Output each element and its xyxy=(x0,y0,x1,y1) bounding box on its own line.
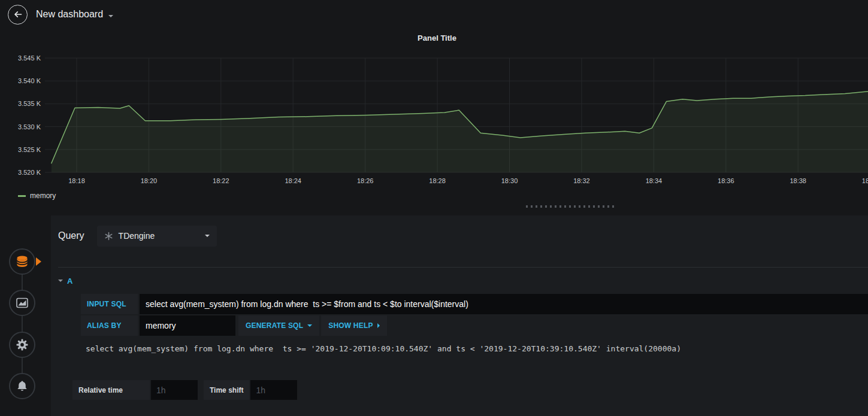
database-icon xyxy=(16,255,29,268)
relative-time-field[interactable] xyxy=(151,380,198,400)
svg-text:18:34: 18:34 xyxy=(646,177,663,184)
relative-time-label: Relative time xyxy=(72,380,150,400)
svg-text:18:40: 18:40 xyxy=(862,177,868,184)
datasource-name: TDengine xyxy=(119,231,155,241)
query-ref-id: A xyxy=(67,277,72,286)
alias-by-row: ALIAS BY GENERATE SQL SHOW HELP xyxy=(81,315,868,336)
svg-text:3.540 K: 3.540 K xyxy=(18,77,41,84)
svg-text:18:26: 18:26 xyxy=(357,177,374,184)
query-section-title: Query xyxy=(58,230,84,241)
graph-panel: Panel Title 3.545 K3.540 K3.535 K3.530 K… xyxy=(6,29,868,204)
bell-icon xyxy=(16,379,29,393)
chart-legend: memory xyxy=(6,188,868,204)
input-sql-field[interactable] xyxy=(140,294,868,314)
chevron-down-icon[interactable] xyxy=(108,15,113,17)
arrow-left-icon xyxy=(13,10,23,19)
time-shift-field[interactable] xyxy=(250,380,297,400)
query-header: Query TDengine xyxy=(58,225,868,247)
chevron-down-icon xyxy=(205,235,210,237)
tab-alert[interactable] xyxy=(9,373,35,399)
legend-series-label[interactable]: memory xyxy=(30,192,56,200)
datasource-picker[interactable]: TDengine xyxy=(97,226,217,247)
input-sql-label: INPUT SQL xyxy=(81,294,138,314)
back-button[interactable] xyxy=(8,5,28,25)
svg-text:18:28: 18:28 xyxy=(429,177,446,184)
tab-queries[interactable] xyxy=(9,248,35,275)
query-row-a: A INPUT SQL ALIAS BY GENERATE SQL SHOW H… xyxy=(58,267,868,400)
generate-sql-label: GENERATE SQL xyxy=(246,321,303,330)
query-form-rows: INPUT SQL ALIAS BY GENERATE SQL SHOW HEL… xyxy=(81,294,868,336)
svg-text:18:32: 18:32 xyxy=(573,177,590,184)
panel-editor: Query TDengine A INPU xyxy=(0,215,868,416)
tab-visualization[interactable] xyxy=(9,290,35,316)
tdengine-logo-icon xyxy=(104,232,113,241)
query-collapse-toggle[interactable]: A xyxy=(58,274,94,288)
query-editor: Query TDengine A INPU xyxy=(51,215,868,416)
alias-by-label: ALIAS BY xyxy=(81,315,138,336)
svg-text:18:22: 18:22 xyxy=(213,177,229,184)
svg-text:18:18: 18:18 xyxy=(68,177,85,184)
chart-icon xyxy=(16,296,29,309)
svg-text:3.535 K: 3.535 K xyxy=(18,100,41,107)
time-shift-group: Time shift xyxy=(204,380,297,400)
legend-series-swatch xyxy=(18,195,26,197)
svg-text:18:30: 18:30 xyxy=(501,177,518,184)
editor-tab-strip xyxy=(0,215,51,416)
time-series-chart[interactable]: 3.545 K3.540 K3.535 K3.530 K3.525 K3.520… xyxy=(6,44,868,188)
svg-text:3.525 K: 3.525 K xyxy=(18,146,41,153)
svg-text:18:24: 18:24 xyxy=(285,177,301,184)
svg-text:3.530 K: 3.530 K xyxy=(18,123,41,130)
tab-connector-line xyxy=(22,262,23,386)
svg-text:18:20: 18:20 xyxy=(141,177,158,184)
panel-title[interactable]: Panel Title xyxy=(6,29,868,44)
svg-text:18:38: 18:38 xyxy=(790,177,806,184)
chevron-right-icon xyxy=(377,323,380,328)
dashboard-title[interactable]: New dashboard xyxy=(36,9,103,20)
generate-sql-button[interactable]: GENERATE SQL xyxy=(238,315,319,336)
time-shift-label: Time shift xyxy=(204,380,249,400)
collapse-caret-icon xyxy=(58,280,63,282)
svg-text:3.545 K: 3.545 K xyxy=(18,54,41,62)
show-help-button[interactable]: SHOW HELP xyxy=(321,315,386,336)
svg-text:18:36: 18:36 xyxy=(718,177,734,184)
time-options-row: Relative time Time shift xyxy=(72,380,868,400)
active-tab-arrow-icon xyxy=(36,257,41,266)
generated-sql-text: select avg(mem_system) from log.dn where… xyxy=(81,344,868,353)
alias-by-field[interactable] xyxy=(140,315,235,336)
svg-text:3.520 K: 3.520 K xyxy=(18,169,41,176)
tab-general[interactable] xyxy=(9,332,35,358)
input-sql-row: INPUT SQL xyxy=(81,294,868,314)
top-navbar: New dashboard xyxy=(0,0,868,29)
show-help-label: SHOW HELP xyxy=(328,321,373,330)
gear-icon xyxy=(15,338,29,352)
chevron-down-icon xyxy=(307,324,312,327)
panel-resize-handle[interactable] xyxy=(526,205,616,208)
